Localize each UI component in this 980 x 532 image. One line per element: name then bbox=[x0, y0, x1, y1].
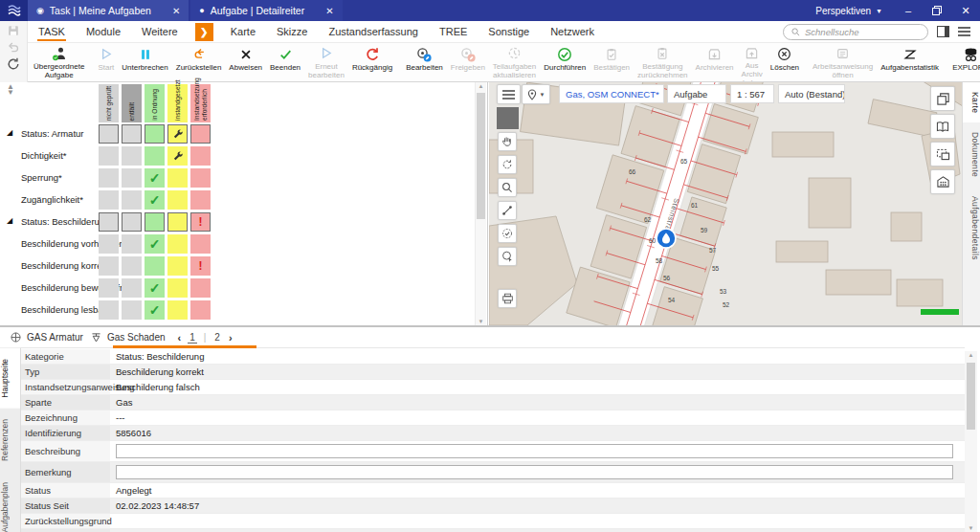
building-layer-button[interactable] bbox=[930, 169, 955, 194]
matrix-cell[interactable] bbox=[167, 278, 188, 298]
quick-search-input[interactable]: Schnellsuche bbox=[783, 24, 928, 40]
matrix-cell[interactable] bbox=[167, 256, 188, 276]
tab-gas-armatur[interactable]: GAS Armatur bbox=[10, 331, 83, 344]
scrollbar-thumb[interactable] bbox=[967, 363, 975, 430]
side-tab-aufgabenplan[interactable]: Aufgabenplan bbox=[0, 472, 20, 532]
matrix-cell[interactable]: ✓ bbox=[145, 168, 165, 188]
matrix-cell[interactable] bbox=[99, 168, 119, 188]
matrix-cell[interactable] bbox=[99, 234, 119, 254]
detail-scrollbar[interactable]: ▲ ▼ bbox=[965, 351, 977, 532]
matrix-cell[interactable] bbox=[145, 256, 165, 276]
matrix-cell[interactable] bbox=[122, 234, 142, 254]
window-layout-icon[interactable] bbox=[937, 26, 949, 37]
map-scale-field[interactable]: 1 : 567 bbox=[730, 84, 774, 103]
toolbar-button-freigeben[interactable]: Freigeben bbox=[447, 44, 489, 80]
property-input-beschreibung[interactable] bbox=[116, 444, 953, 458]
map-layer-selector[interactable]: Gas, OSM CONNECT* bbox=[559, 84, 664, 103]
tab-close-icon[interactable]: ✕ bbox=[172, 6, 180, 16]
matrix-cell[interactable] bbox=[99, 212, 119, 232]
map-locate-dropdown[interactable]: ▼ bbox=[522, 84, 550, 104]
matrix-cell[interactable]: ✓ bbox=[145, 300, 165, 320]
menu-item-module[interactable]: Module bbox=[76, 21, 131, 42]
matrix-cell[interactable] bbox=[190, 124, 211, 144]
toolbar-button-start[interactable]: Start bbox=[94, 44, 118, 80]
matrix-cell[interactable] bbox=[167, 124, 188, 144]
matrix-cell[interactable] bbox=[167, 300, 188, 320]
page-next-icon[interactable]: › bbox=[229, 332, 233, 344]
menu-item-skizze[interactable]: Skizze bbox=[266, 21, 318, 42]
toolbar-button-bestaetigen[interactable]: Bestätigen bbox=[590, 44, 634, 80]
menu-item-karte[interactable]: Karte bbox=[220, 21, 266, 42]
side-tab-dokumente[interactable]: Dokumente bbox=[963, 122, 980, 187]
matrix-cell[interactable] bbox=[190, 146, 211, 166]
toolbar-button-uebergeordnete-aufgabe[interactable]: Übergeordnete Aufgabe bbox=[30, 44, 88, 80]
matrix-cell[interactable] bbox=[190, 278, 211, 298]
matrix-cell[interactable] bbox=[190, 300, 211, 320]
matrix-cell[interactable] bbox=[167, 190, 188, 210]
toolbar-button-durchfuehren[interactable]: Durchführen bbox=[540, 44, 590, 80]
hamburger-menu-icon[interactable] bbox=[958, 27, 970, 36]
toolbar-button-explore[interactable]: EXPLORE bbox=[948, 44, 980, 80]
toolbar-button-aufgabenstatistik[interactable]: Aufgabenstatistik bbox=[877, 44, 943, 80]
side-tab-referenzen[interactable]: Referenzen bbox=[0, 409, 20, 472]
scroll-up-icon[interactable]: ▲ bbox=[476, 83, 486, 89]
toolbar-button-archivieren[interactable]: Archivieren bbox=[692, 44, 738, 80]
window-tab-meine-aufgaben[interactable]: ◉ Task | Meine Aufgaben ✕ bbox=[28, 0, 189, 21]
matrix-cell[interactable]: ✓ bbox=[145, 190, 165, 210]
matrix-cell[interactable] bbox=[99, 256, 119, 276]
matrix-cell[interactable]: ✓ bbox=[145, 278, 165, 298]
group-expand-icon[interactable]: ◢ bbox=[7, 129, 12, 137]
matrix-cell[interactable] bbox=[99, 278, 119, 298]
property-input-bemerkung[interactable] bbox=[116, 465, 953, 479]
perspectives-menu[interactable]: Perspektiven ▼ bbox=[804, 0, 894, 21]
side-tab-karte[interactable]: Karte bbox=[963, 82, 980, 122]
toolbar-button-loeschen[interactable]: Löschen bbox=[767, 44, 803, 80]
matrix-cell[interactable] bbox=[99, 124, 119, 144]
toolbar-button-rueckgaengig[interactable]: Rückgängig bbox=[348, 44, 396, 80]
zoom-tool-button[interactable] bbox=[498, 178, 517, 197]
toolbar-button-beenden[interactable]: Beenden bbox=[266, 44, 304, 80]
pan-tool-button[interactable] bbox=[498, 132, 517, 151]
matrix-cell[interactable] bbox=[122, 168, 142, 188]
toolbar-button-unterbrechen[interactable]: Unterbrechen bbox=[118, 44, 171, 80]
bookmarks-button[interactable] bbox=[930, 114, 955, 139]
scrollbar-thumb[interactable] bbox=[477, 93, 485, 219]
matrix-cell[interactable] bbox=[190, 234, 211, 254]
undo-icon[interactable] bbox=[7, 41, 20, 54]
menu-item-tree[interactable]: TREE bbox=[429, 21, 478, 42]
matrix-cell[interactable]: ! bbox=[190, 212, 211, 232]
page-prev-icon[interactable]: ‹ bbox=[178, 332, 182, 344]
tab-gas-schaden[interactable]: Gas Schaden bbox=[90, 331, 166, 344]
matrix-cell[interactable] bbox=[167, 168, 188, 188]
matrix-cell[interactable] bbox=[190, 190, 211, 210]
matrix-cell[interactable] bbox=[122, 146, 142, 166]
matrix-cell[interactable] bbox=[167, 234, 188, 254]
toolbar-button-arbeitsanweisung-oeffnen[interactable]: Arbeitsanweisung öffnen bbox=[809, 44, 877, 80]
toolbar-button-erneut-bearbeiten[interactable]: Erneut bearbeiten bbox=[304, 44, 348, 80]
toolbar-button-bestaetigung-zuruecknehmen[interactable]: Bestätigung zurücknehmen bbox=[634, 44, 691, 80]
matrix-cell[interactable] bbox=[167, 212, 188, 232]
matrix-scrollbar[interactable]: ▲ ▼ bbox=[475, 82, 486, 325]
close-button[interactable]: ✕ bbox=[951, 0, 980, 21]
scroll-down-icon[interactable]: ▼ bbox=[476, 319, 486, 324]
matrix-cell[interactable] bbox=[122, 124, 142, 144]
toolbar-button-abweisen[interactable]: Abweisen bbox=[225, 44, 266, 80]
toolbar-button-bearbeiten[interactable]: Bearbeiten bbox=[402, 44, 447, 80]
gas-marker[interactable] bbox=[657, 229, 676, 248]
scroll-down-icon[interactable]: ▼ bbox=[965, 525, 977, 531]
matrix-cell[interactable] bbox=[190, 168, 211, 188]
matrix-cell[interactable] bbox=[99, 190, 119, 210]
clone-view-button[interactable] bbox=[930, 86, 955, 111]
matrix-cell[interactable]: ✓ bbox=[145, 234, 165, 254]
tab-close-icon[interactable]: ✕ bbox=[325, 6, 333, 16]
matrix-cell[interactable] bbox=[145, 124, 165, 144]
matrix-cell[interactable] bbox=[145, 146, 165, 166]
matrix-cell[interactable] bbox=[122, 256, 142, 276]
measure-tool-button[interactable] bbox=[498, 201, 517, 220]
scroll-up-icon[interactable]: ▲ bbox=[965, 352, 977, 358]
matrix-cell[interactable] bbox=[145, 212, 165, 232]
print-map-button[interactable] bbox=[498, 289, 517, 308]
page-number-1[interactable]: 1 bbox=[188, 332, 197, 344]
map-task-selector[interactable]: Aufgabe bbox=[667, 84, 726, 103]
select-frame-button[interactable] bbox=[930, 142, 955, 166]
